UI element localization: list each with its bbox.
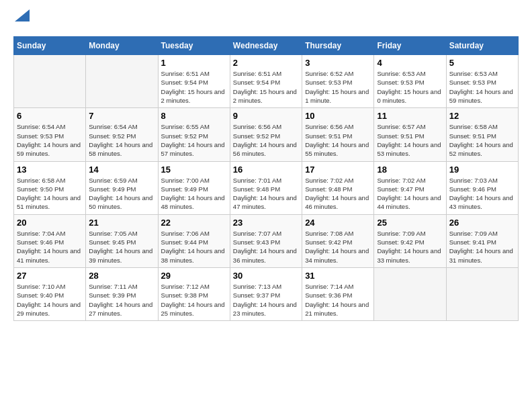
calendar-cell [14,55,86,108]
day-detail: Sunrise: 7:02 AMSunset: 9:48 PMDaylight:… [305,176,371,212]
day-number: 24 [305,218,371,228]
day-detail: Sunrise: 6:53 AMSunset: 9:53 PMDaylight:… [449,69,515,105]
calendar-cell [374,267,446,320]
calendar-cell [86,55,158,108]
day-number: 15 [161,165,227,175]
calendar-cell [446,267,518,320]
day-number: 28 [89,271,154,281]
svg-marker-0 [15,9,30,21]
day-detail: Sunrise: 7:10 AMSunset: 9:40 PMDaylight:… [17,282,83,318]
day-number: 3 [305,58,371,68]
calendar-cell: 21Sunrise: 7:05 AMSunset: 9:45 PMDayligh… [86,214,158,267]
day-number: 25 [377,218,443,228]
day-detail: Sunrise: 7:00 AMSunset: 9:49 PMDaylight:… [161,176,227,212]
calendar-week-row: 13Sunrise: 6:58 AMSunset: 9:50 PMDayligh… [14,161,519,214]
calendar-cell: 16Sunrise: 7:01 AMSunset: 9:48 PMDayligh… [230,161,302,214]
calendar-cell: 4Sunrise: 6:53 AMSunset: 9:53 PMDaylight… [374,55,446,108]
day-detail: Sunrise: 7:03 AMSunset: 9:46 PMDaylight:… [449,176,515,212]
calendar-week-row: 27Sunrise: 7:10 AMSunset: 9:40 PMDayligh… [14,267,519,320]
calendar-week-row: 1Sunrise: 6:51 AMSunset: 9:54 PMDaylight… [14,55,519,108]
col-header-tuesday: Tuesday [158,37,230,55]
col-header-monday: Monday [86,37,158,55]
day-detail: Sunrise: 7:11 AMSunset: 9:39 PMDaylight:… [89,282,154,318]
day-detail: Sunrise: 7:14 AMSunset: 9:36 PMDaylight:… [305,282,371,318]
calendar-cell: 31Sunrise: 7:14 AMSunset: 9:36 PMDayligh… [302,267,374,320]
day-detail: Sunrise: 7:08 AMSunset: 9:42 PMDaylight:… [305,229,371,265]
calendar-week-row: 20Sunrise: 7:04 AMSunset: 9:46 PMDayligh… [14,214,519,267]
day-detail: Sunrise: 6:51 AMSunset: 9:54 PMDaylight:… [233,69,299,105]
calendar-cell: 17Sunrise: 7:02 AMSunset: 9:48 PMDayligh… [302,161,374,214]
col-header-friday: Friday [374,37,446,55]
calendar-cell: 14Sunrise: 6:59 AMSunset: 9:49 PMDayligh… [86,161,158,214]
day-detail: Sunrise: 6:55 AMSunset: 9:52 PMDaylight:… [161,122,227,158]
page-header [13,13,519,30]
day-detail: Sunrise: 7:06 AMSunset: 9:44 PMDaylight:… [161,229,227,265]
day-number: 31 [305,271,371,281]
day-detail: Sunrise: 7:09 AMSunset: 9:41 PMDaylight:… [449,229,515,265]
day-number: 22 [161,218,227,228]
calendar-cell: 18Sunrise: 7:02 AMSunset: 9:47 PMDayligh… [374,161,446,214]
day-detail: Sunrise: 6:54 AMSunset: 9:52 PMDaylight:… [89,122,154,158]
calendar-cell: 19Sunrise: 7:03 AMSunset: 9:46 PMDayligh… [446,161,518,214]
day-detail: Sunrise: 6:57 AMSunset: 9:51 PMDaylight:… [377,122,443,158]
calendar-cell: 29Sunrise: 7:12 AMSunset: 9:38 PMDayligh… [158,267,230,320]
day-detail: Sunrise: 6:54 AMSunset: 9:53 PMDaylight:… [17,122,83,158]
calendar-cell: 11Sunrise: 6:57 AMSunset: 9:51 PMDayligh… [374,108,446,161]
calendar-cell: 5Sunrise: 6:53 AMSunset: 9:53 PMDaylight… [446,55,518,108]
day-number: 30 [233,271,299,281]
calendar-cell: 25Sunrise: 7:09 AMSunset: 9:42 PMDayligh… [374,214,446,267]
calendar-cell: 27Sunrise: 7:10 AMSunset: 9:40 PMDayligh… [14,267,86,320]
calendar-cell: 3Sunrise: 6:52 AMSunset: 9:53 PMDaylight… [302,55,374,108]
calendar-cell: 7Sunrise: 6:54 AMSunset: 9:52 PMDaylight… [86,108,158,161]
day-number: 8 [161,111,227,121]
day-number: 18 [377,165,443,175]
col-header-wednesday: Wednesday [230,37,302,55]
day-number: 2 [233,58,299,68]
day-number: 7 [89,111,154,121]
day-detail: Sunrise: 6:59 AMSunset: 9:49 PMDaylight:… [89,176,154,212]
day-detail: Sunrise: 6:58 AMSunset: 9:50 PMDaylight:… [17,176,83,212]
day-number: 19 [449,165,515,175]
calendar-cell: 6Sunrise: 6:54 AMSunset: 9:53 PMDaylight… [14,108,86,161]
calendar-table: SundayMondayTuesdayWednesdayThursdayFrid… [13,36,519,321]
calendar-cell: 2Sunrise: 6:51 AMSunset: 9:54 PMDaylight… [230,55,302,108]
day-number: 9 [233,111,299,121]
calendar-cell: 22Sunrise: 7:06 AMSunset: 9:44 PMDayligh… [158,214,230,267]
calendar-cell: 8Sunrise: 6:55 AMSunset: 9:52 PMDaylight… [158,108,230,161]
day-detail: Sunrise: 6:58 AMSunset: 9:51 PMDaylight:… [449,122,515,158]
day-detail: Sunrise: 7:12 AMSunset: 9:38 PMDaylight:… [161,282,227,318]
day-detail: Sunrise: 7:09 AMSunset: 9:42 PMDaylight:… [377,229,443,265]
calendar-cell: 10Sunrise: 6:56 AMSunset: 9:51 PMDayligh… [302,108,374,161]
day-detail: Sunrise: 7:05 AMSunset: 9:45 PMDaylight:… [89,229,154,265]
calendar-cell: 24Sunrise: 7:08 AMSunset: 9:42 PMDayligh… [302,214,374,267]
logo [13,13,30,30]
day-number: 5 [449,58,515,68]
calendar-cell: 26Sunrise: 7:09 AMSunset: 9:41 PMDayligh… [446,214,518,267]
day-detail: Sunrise: 7:07 AMSunset: 9:43 PMDaylight:… [233,229,299,265]
calendar-cell: 23Sunrise: 7:07 AMSunset: 9:43 PMDayligh… [230,214,302,267]
day-detail: Sunrise: 6:52 AMSunset: 9:53 PMDaylight:… [305,69,371,105]
col-header-saturday: Saturday [446,37,518,55]
calendar-week-row: 6Sunrise: 6:54 AMSunset: 9:53 PMDaylight… [14,108,519,161]
day-detail: Sunrise: 6:56 AMSunset: 9:52 PMDaylight:… [233,122,299,158]
calendar-cell: 1Sunrise: 6:51 AMSunset: 9:54 PMDaylight… [158,55,230,108]
day-number: 6 [17,111,83,121]
day-number: 27 [17,271,83,281]
day-number: 17 [305,165,371,175]
day-detail: Sunrise: 6:56 AMSunset: 9:51 PMDaylight:… [305,122,371,158]
day-detail: Sunrise: 7:13 AMSunset: 9:37 PMDaylight:… [233,282,299,318]
day-number: 23 [233,218,299,228]
day-detail: Sunrise: 7:01 AMSunset: 9:48 PMDaylight:… [233,176,299,212]
day-number: 1 [161,58,227,68]
day-number: 16 [233,165,299,175]
day-number: 11 [377,111,443,121]
day-number: 20 [17,218,83,228]
calendar-cell: 30Sunrise: 7:13 AMSunset: 9:37 PMDayligh… [230,267,302,320]
calendar-cell: 20Sunrise: 7:04 AMSunset: 9:46 PMDayligh… [14,214,86,267]
day-number: 29 [161,271,227,281]
calendar-cell: 9Sunrise: 6:56 AMSunset: 9:52 PMDaylight… [230,108,302,161]
logo-icon [15,9,30,21]
calendar-cell: 15Sunrise: 7:00 AMSunset: 9:49 PMDayligh… [158,161,230,214]
calendar-cell: 13Sunrise: 6:58 AMSunset: 9:50 PMDayligh… [14,161,86,214]
day-number: 4 [377,58,443,68]
